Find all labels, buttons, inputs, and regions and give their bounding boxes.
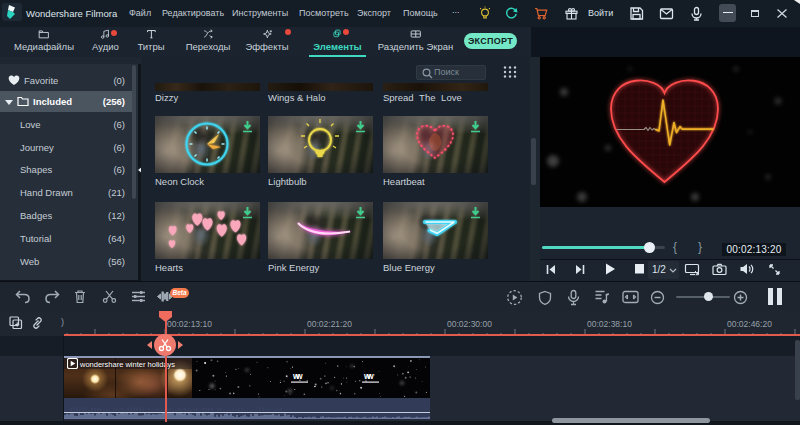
svg-text:w: w (295, 371, 303, 381)
svg-text:w: w (366, 371, 374, 381)
